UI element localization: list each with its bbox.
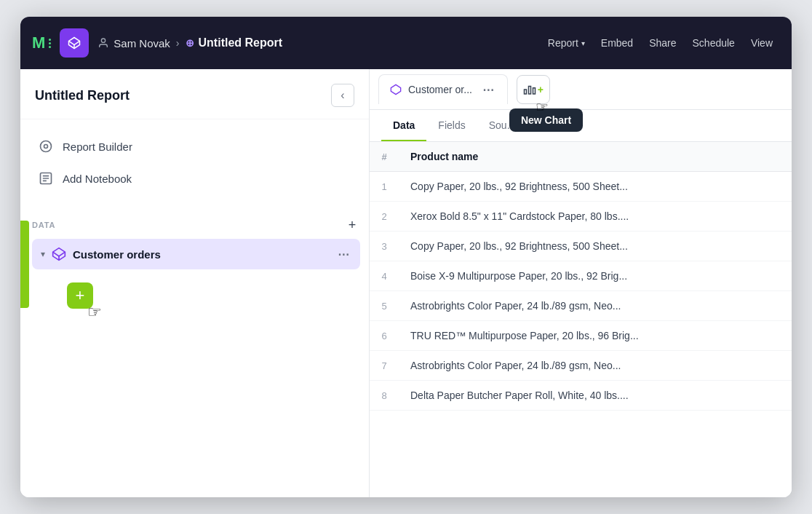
breadcrumb-report: ⊕ Untitled Report [186,36,283,50]
row-number: 3 [370,232,399,261]
table-row: 1Copy Paper, 20 lbs., 92 Brightness, 500… [370,172,792,202]
table-row: 8Delta Paper Butcher Paper Roll, White, … [370,381,792,411]
row-number: 4 [370,261,399,291]
add-icon: + [349,218,357,233]
table-row: 3Copy Paper, 20 lbs., 92 Brightness, 500… [370,232,792,261]
row-number: 6 [370,321,399,351]
report-builder-label: Report Builder [63,141,132,153]
add-view-plus-icon: + [76,288,85,304]
row-product-name: Copy Paper, 20 lbs., 92 Brightness, 500 … [399,172,792,202]
svg-marker-11 [391,84,400,94]
sidebar-item-report-builder[interactable]: Report Builder [29,131,360,162]
row-number: 8 [370,381,399,411]
breadcrumb: Sam Novak › ⊕ Untitled Report [97,36,508,50]
add-view-button[interactable]: + [67,282,93,309]
user-name: Sam Novak [114,37,170,50]
app-window: M Sam Novak › ⊕ [20,17,792,497]
breadcrumb-user: Sam Novak [97,37,170,50]
data-section-header: DATA + [32,217,360,233]
nav-schedule[interactable]: Schedule [685,33,742,53]
table-row: 4Boise X-9 Multipurpose Paper, 20 lbs., … [370,261,792,291]
sub-tab-data[interactable]: Data [381,111,426,141]
tab-layers-icon [390,84,402,95]
sidebar: Untitled Report ‹ Report Builder [20,69,370,497]
notebook-icon [38,170,54,186]
topbar: M Sam Novak › ⊕ [20,17,792,69]
tab-more-button[interactable]: ⋯ [479,81,497,98]
left-strip-decoration [20,221,29,308]
svg-point-4 [44,145,48,149]
layers-data-icon [52,247,66,261]
data-item-more-button[interactable]: ⋯ [335,246,351,262]
row-number: 7 [370,351,399,381]
row-number: 2 [370,202,399,232]
row-product-name: Xerox Bold 8.5" x 11" Cardstock Paper, 8… [399,202,792,232]
nav-view[interactable]: View [744,33,780,53]
tab-label: Customer or... [408,84,472,95]
logo-icon-box [60,28,89,58]
data-table-container: # Product name 1Copy Paper, 20 lbs., 92 … [370,142,792,497]
sidebar-nav: Report Builder Add Notebook [20,119,369,205]
sidebar-collapse-button[interactable]: ‹ [331,84,354,107]
nav-report-label: Report [548,37,578,49]
row-product-name: Astrobrights Color Paper, 24 lb./89 gsm,… [399,291,792,321]
nav-report[interactable]: Report ▾ [541,33,592,53]
nav-share-label: Share [649,37,676,49]
breadcrumb-separator: › [176,37,180,49]
row-product-name: Delta Paper Butcher Paper Roll, White, 4… [399,381,792,411]
sub-tab-fields[interactable]: Fields [426,111,477,141]
svg-point-3 [41,141,52,152]
data-item-customer-orders[interactable]: ▾ Customer orders ⋯ [32,239,360,269]
row-number: 1 [370,172,399,202]
customer-orders-icon [51,246,67,262]
table-row: 2Xerox Bold 8.5" x 11" Cardstock Paper, … [370,202,792,232]
sidebar-item-add-notebook[interactable]: Add Notebook [29,163,360,194]
new-chart-tooltip: New Chart [509,108,583,132]
tab-icon-layers [389,83,402,96]
table-row: 6TRU RED™ Multipurpose Paper, 20 lbs., 9… [370,321,792,351]
tab-customer-orders[interactable]: Customer or... ⋯ [378,74,508,104]
report-at-icon: ⊕ [186,37,194,49]
logo[interactable]: M [32,33,51,52]
nav-embed-label: Embed [601,37,633,49]
col-header-product-name: Product name [399,142,792,172]
notebook-svg-icon [39,171,53,186]
add-notebook-label: Add Notebook [63,173,132,185]
table-body: 1Copy Paper, 20 lbs., 92 Brightness, 500… [370,172,792,411]
new-chart-button[interactable]: + [517,75,550,104]
logo-letter: M [32,33,44,52]
data-section-label: DATA [32,221,55,229]
report-name: Untitled Report [199,36,283,50]
svg-rect-13 [528,86,530,94]
chart-icon [523,84,536,95]
user-icon [97,37,109,49]
data-section: DATA + ▾ Customer orders [20,205,369,315]
tabs-row: Customer or... ⋯ + New Chart [370,69,792,110]
nav-view-label: View [751,37,773,49]
sidebar-header: Untitled Report ‹ [20,69,369,119]
main-area: Untitled Report ‹ Report Builder [20,69,792,497]
table-header-row: # Product name [370,142,792,172]
layers-icon [68,36,81,50]
nav-schedule-label: Schedule [693,37,735,49]
new-chart-plus-icon: + [538,84,544,95]
content-area: Customer or... ⋯ + New Chart [370,69,792,497]
table-row: 5Astrobrights Color Paper, 24 lb./89 gsm… [370,291,792,321]
chevron-down-icon: ▾ [41,249,45,259]
topbar-nav: Report ▾ Embed Share Schedule View [541,33,780,53]
table-row: 7Astrobrights Color Paper, 24 lb./89 gsm… [370,351,792,381]
collapse-icon: ‹ [341,89,344,102]
row-product-name: Copy Paper, 20 lbs., 92 Brightness, 500 … [399,232,792,261]
data-add-button[interactable]: + [344,217,360,233]
nav-embed[interactable]: Embed [594,33,640,53]
report-builder-icon [38,138,54,154]
row-product-name: Astrobrights Color Paper, 24 lb./89 gsm,… [399,351,792,381]
new-chart-area: + New Chart ☞ [517,75,550,104]
nav-share[interactable]: Share [642,33,683,53]
row-product-name: Boise X-9 Multipurpose Paper, 20 lbs., 9… [399,261,792,291]
svg-rect-12 [524,90,526,94]
sidebar-title: Untitled Report [35,88,130,103]
logo-dots [49,39,51,48]
svg-point-2 [102,39,106,42]
svg-rect-14 [533,87,535,93]
